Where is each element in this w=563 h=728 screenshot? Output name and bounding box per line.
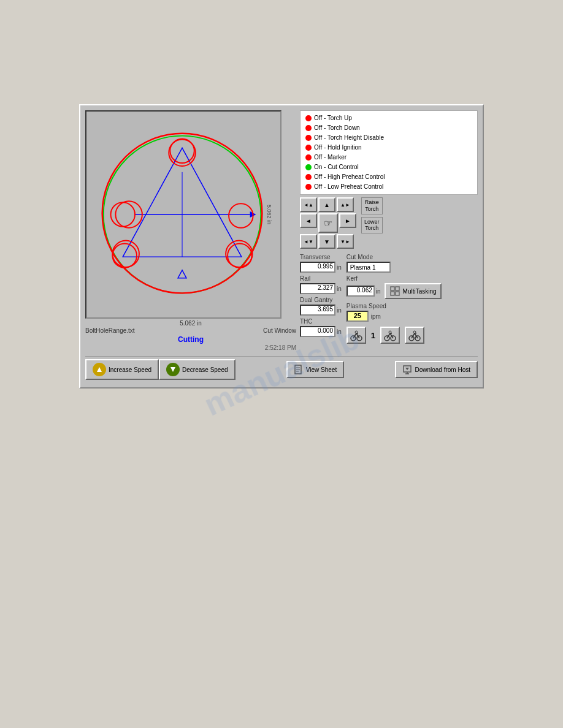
status-text-1: Off - Torch Down — [314, 123, 360, 133]
status-row-5: On - Cut Control — [305, 162, 472, 172]
top-section: 5.062 in — [85, 110, 478, 351]
status-row-0: Off - Torch Up — [305, 113, 472, 123]
cut-mode-select[interactable]: Plasma 1 — [347, 262, 391, 273]
dpad-row-mid: ◄ ☞ ► — [300, 213, 356, 233]
led-low-preheat — [305, 184, 312, 190]
position-section: Transverse 0.995 in Rail 2.327 in — [300, 254, 478, 344]
torch-icon-btn-1[interactable] — [347, 327, 366, 344]
bike-icon-1 — [350, 328, 363, 342]
rail-group: Rail 2.327 in — [300, 275, 342, 294]
torch-icon-btn-3[interactable] — [405, 327, 424, 344]
svg-point-12 — [111, 202, 136, 227]
status-row-2: Off - Torch Height Disable — [305, 133, 472, 143]
btn-right[interactable]: ► — [339, 213, 356, 228]
decrease-speed-btn[interactable]: Decrease Speed — [159, 359, 236, 380]
led-hold-ignition — [305, 145, 312, 151]
thc-row: 0.000 in — [300, 326, 342, 337]
torch-icon-btn-2[interactable] — [380, 327, 400, 344]
plasma-speed-unit: ipm — [371, 313, 381, 320]
kerf-group: Kerf 0.062 in Mult — [347, 275, 442, 299]
dual-gantry-row: 3.695 in — [300, 305, 342, 316]
btn-upleft[interactable]: ◄▲ — [300, 197, 317, 212]
cut-window-title-label: Cut Window — [263, 327, 296, 334]
plasma-speed-input[interactable]: 25 — [347, 311, 369, 322]
decrease-speed-label: Decrease Speed — [182, 366, 228, 373]
pos-right-col: Cut Mode Plasma 1 Kerf 0.062 in — [347, 254, 442, 344]
dpad-row-bot: ◄▼ ▼ ▼► — [300, 234, 356, 249]
btn-left[interactable]: ◄ — [300, 213, 317, 228]
cutting-status: Cutting — [85, 335, 296, 344]
svg-point-13 — [229, 203, 253, 228]
btn-downright[interactable]: ▼► — [337, 234, 354, 249]
multitask-btn[interactable]: MultiTasking — [385, 283, 442, 299]
status-text-5: On - Cut Control — [314, 162, 359, 172]
plasma-speed-section: Plasma Speed 25 ipm — [347, 303, 442, 322]
dimension-bottom-label: 5.062 in — [85, 320, 296, 327]
status-row-6: Off - High Preheat Control — [305, 172, 472, 182]
cut-mode-group: Cut Mode Plasma 1 — [347, 254, 442, 273]
status-row-7: Off - Low Preheat Control — [305, 182, 472, 192]
btn-hand[interactable]: ☞ — [318, 213, 338, 233]
btn-up[interactable]: ▲ — [318, 197, 335, 212]
status-legend: Off - Torch Up Off - Torch Down Off - To… — [300, 110, 478, 195]
thc-unit: in — [337, 328, 342, 335]
transverse-row: 0.995 in — [300, 262, 342, 273]
increase-icon-svg — [94, 365, 104, 374]
status-text-7: Off - Low Preheat Control — [314, 182, 383, 192]
multitask-label: MultiTasking — [403, 288, 437, 295]
speed-row: 25 ipm — [347, 311, 442, 322]
status-row-1: Off - Torch Down — [305, 123, 472, 133]
kerf-input: 0.062 — [347, 286, 375, 297]
kerf-row: 0.062 in MultiTasking — [347, 283, 442, 299]
filename-label: BoltHoleRange.txt — [85, 327, 135, 334]
dual-gantry-label: Dual Gantry — [300, 297, 342, 303]
dual-gantry-group: Dual Gantry 3.695 in — [300, 297, 342, 316]
status-text-0: Off - Torch Up — [314, 113, 352, 123]
btn-upright[interactable]: ▲► — [337, 197, 354, 212]
bottom-bar: Increase Speed Decrease Speed View Sheet — [85, 356, 478, 382]
dpad-row-top: ◄▲ ▲ ▲► — [300, 197, 356, 212]
rail-unit: in — [337, 286, 342, 292]
svg-marker-11 — [178, 270, 186, 278]
kerf-label: Kerf — [347, 275, 442, 282]
status-text-2: Off - Torch Height Disable — [314, 133, 384, 143]
multitask-icon — [389, 286, 400, 297]
rail-label: Rail — [300, 275, 342, 282]
increase-speed-label: Increase Speed — [109, 366, 151, 373]
view-sheet-icon — [294, 365, 304, 374]
increase-speed-btn[interactable]: Increase Speed — [85, 359, 159, 380]
raise-torch-btn[interactable]: RaiseTorch — [361, 197, 383, 214]
rail-row: 2.327 in — [300, 283, 342, 294]
btn-downleft[interactable]: ◄▼ — [300, 234, 317, 249]
led-torch-down — [305, 125, 312, 131]
dual-gantry-unit: in — [337, 307, 342, 314]
torch-icons-row: 1 — [347, 327, 442, 344]
view-sheet-btn[interactable]: View Sheet — [286, 361, 344, 378]
download-host-btn[interactable]: Download from Host — [395, 361, 478, 378]
svg-point-15 — [112, 243, 137, 268]
led-torch-up — [305, 115, 312, 121]
timestamp: 2:52:18 PM — [85, 344, 296, 351]
thc-group: THC 0.000 in — [300, 318, 342, 337]
increase-speed-icon — [93, 363, 106, 376]
cut-window-wrap: 5.062 in — [85, 110, 296, 351]
thc-label: THC — [300, 318, 342, 325]
view-sheet-label: View Sheet — [306, 366, 337, 373]
btn-down[interactable]: ▼ — [318, 234, 335, 249]
lower-torch-btn[interactable]: LowerTorch — [361, 217, 383, 234]
bike-icon-3 — [408, 328, 421, 342]
pos-left-col: Transverse 0.995 in Rail 2.327 in — [300, 254, 342, 344]
svg-rect-18 — [396, 287, 399, 290]
decrease-icon-svg — [168, 365, 178, 374]
cut-mode-label: Cut Mode — [347, 254, 442, 260]
controls-row: ◄▲ ▲ ▲► ◄ ☞ ► ◄▼ ▼ ▼► — [300, 197, 478, 249]
main-window: 5.062 in — [79, 104, 484, 389]
right-panel: Off - Torch Up Off - Torch Down Off - To… — [300, 110, 478, 351]
svg-rect-17 — [391, 287, 394, 290]
cut-window: 5.062 in — [85, 110, 282, 319]
led-marker — [305, 154, 312, 161]
dual-gantry-input: 3.695 — [300, 305, 335, 316]
svg-point-4 — [112, 240, 139, 267]
svg-point-14 — [170, 139, 194, 164]
status-text-3: Off - Hold Ignition — [314, 143, 362, 153]
